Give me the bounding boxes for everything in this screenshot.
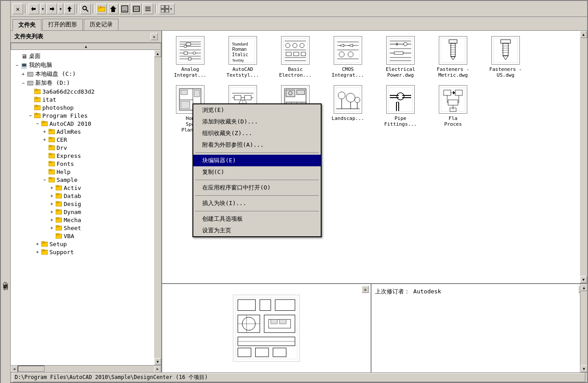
left-panel-close-btn[interactable]: ✕ <box>151 33 158 40</box>
file-item-autocadtext[interactable]: Standard Roman Italic TextSty AutoCADTex… <box>218 34 267 80</box>
tree-expand-desig[interactable]: + <box>48 202 55 206</box>
preview-btn[interactable] <box>119 4 130 14</box>
file-item-analog[interactable]: AnalogIntegrat... <box>166 34 215 80</box>
tree-item-sample[interactable]: − Sample <box>12 176 152 184</box>
tree-item-activ[interactable]: + Activ <box>12 184 152 192</box>
file-item-cmos[interactable]: CMOSIntegrat... <box>323 34 372 80</box>
preview-panel-close-btn[interactable]: ✕ <box>362 286 369 293</box>
forward-dropdown-btn[interactable]: ▾ <box>58 4 63 14</box>
tree-expand-autocad2010[interactable]: − <box>34 121 41 126</box>
back-btn[interactable] <box>29 4 39 14</box>
tree-scroll-track[interactable] <box>154 57 161 358</box>
tree-scroll-up-btn[interactable]: ▲ <box>11 43 161 50</box>
close-window-btn[interactable]: ✕ <box>12 4 23 14</box>
toolbar-sep-3 <box>93 4 94 13</box>
tree-h-scroll-left-btn[interactable]: ◄ <box>11 366 18 373</box>
forward-btn[interactable] <box>46 4 57 14</box>
tree-item-support[interactable]: + Support <box>12 248 152 256</box>
home-btn[interactable] <box>108 4 118 14</box>
tree-item-cdrive[interactable]: + 本地磁盘 (C:) <box>12 70 152 78</box>
details-btn[interactable] <box>131 4 142 14</box>
tree-item-dynam[interactable]: + Dynam <box>12 208 152 216</box>
file-item-electrical[interactable]: ElectricalPower.dwg <box>376 34 425 80</box>
tree-item-photoshop[interactable]: photoshop <box>12 103 152 111</box>
tree-scroll-up-btn2[interactable]: ▲ <box>154 50 161 57</box>
tree-item-desig[interactable]: + Desig <box>12 200 152 208</box>
back-dropdown-btn[interactable]: ▾ <box>40 4 45 14</box>
tree-expand-cer[interactable]: + <box>41 137 48 142</box>
tree-item-autocad2010[interactable]: − AutoCAD 2010 <box>12 119 152 128</box>
tree-expand-programfiles[interactable]: − <box>27 113 34 118</box>
context-menu-set-home[interactable]: 设置为主页 <box>193 225 321 236</box>
info-scroll-down-btn[interactable]: ▼ <box>580 365 587 372</box>
tree-item-itat[interactable]: itat <box>12 95 152 103</box>
tree-expand-adlmres[interactable]: + <box>41 129 48 134</box>
tree-item-vba[interactable]: VBA <box>12 232 152 240</box>
tree-horizontal-scrollbar[interactable]: ◄ ► <box>11 365 161 372</box>
tab-open-drawings[interactable]: 打开的图形 <box>42 19 83 30</box>
file-item-landscap[interactable]: Landscap... <box>323 83 372 135</box>
tree-expand-datab[interactable]: + <box>48 194 55 198</box>
tree-item-mecha[interactable]: + Mecha <box>12 216 152 224</box>
tree-expand-activ[interactable]: + <box>48 185 55 190</box>
info-scroll-up-btn[interactable]: ▲ <box>580 284 587 291</box>
file-item-pipe[interactable]: PipeFittings... <box>376 83 425 135</box>
tree-expand-sample[interactable]: − <box>41 177 48 182</box>
context-menu-organize[interactable]: 组织收藏夹(Z)... <box>193 128 321 139</box>
filegrid-scroll-track[interactable] <box>580 38 587 276</box>
tree-item-adlmres[interactable]: + AdlmRes <box>12 128 152 136</box>
search-btn[interactable] <box>80 4 91 14</box>
tree-item-3a6a[interactable]: 3a6a66d2ccd83d2 <box>12 87 152 95</box>
tree-item-drv[interactable]: Drv <box>12 144 152 152</box>
context-menu-create-palette[interactable]: 创建工具选项板 <box>193 213 321 225</box>
tree-item-setup[interactable]: + Setup <box>12 240 152 248</box>
svg-rect-188 <box>444 90 451 95</box>
file-item-fasteners-metric[interactable]: Fasteners -Metric.dwg <box>429 34 478 80</box>
tree-item-computer[interactable]: − 💻 我的电脑 <box>12 61 152 70</box>
file-item-basicelectron[interactable]: BasicElectron... <box>271 34 320 80</box>
context-menu-copy[interactable]: 复制(C) <box>193 166 321 178</box>
filegrid-scroll-up-btn[interactable]: ▲ <box>580 31 587 38</box>
view-dropdown-btn[interactable]: ▾ <box>159 4 175 14</box>
up-btn[interactable] <box>64 4 75 14</box>
svg-rect-42 <box>49 153 51 155</box>
tree-item-express[interactable]: Express <box>12 152 152 160</box>
context-menu-block-editor[interactable]: 块编辑器(E) <box>193 155 321 166</box>
tree-expand-mecha[interactable]: + <box>48 218 55 222</box>
tree-item-help[interactable]: Help <box>12 168 152 176</box>
tree-expand-dynam[interactable]: + <box>48 210 55 214</box>
tab-history[interactable]: 历史记录 <box>84 19 118 30</box>
info-scroll-track[interactable] <box>580 291 587 365</box>
info-scrollbar[interactable]: ▲ ▼ <box>580 284 587 372</box>
context-menu-insert-block[interactable]: 插入为块(I)... <box>193 198 321 209</box>
tree-item-desktop[interactable]: 🖥 桌面 <box>12 52 152 61</box>
tree-item-ddrive[interactable]: − 新加卷 (D:) <box>12 78 152 87</box>
tree-expand-support[interactable]: + <box>34 250 41 255</box>
list-btn[interactable] <box>143 4 153 14</box>
tree-h-scroll-track[interactable] <box>18 366 154 373</box>
filegrid-scrollbar[interactable]: ▲ ▼ <box>580 31 587 283</box>
context-menu-attach-ref[interactable]: 附着为外部参照(A)... <box>193 139 321 151</box>
file-item-fla[interactable]: FlaProces <box>429 83 478 135</box>
tree-expand-ddrive[interactable]: − <box>20 81 27 86</box>
tree-item-sheet[interactable]: + Sheet <box>12 224 152 232</box>
file-item-fasteners-us[interactable]: Fasteners -US.dwg <box>481 34 530 80</box>
tree-item-cer[interactable]: + CER <box>12 136 152 144</box>
tree-h-scroll-right-btn[interactable]: ► <box>154 366 161 373</box>
tree-item-fonts[interactable]: Fonts <box>12 160 152 168</box>
tree-item-programfiles[interactable]: − Program Files <box>12 111 152 119</box>
tree-expand-computer[interactable]: − <box>13 63 20 68</box>
tree-expand-cdrive[interactable]: + <box>20 72 27 77</box>
svg-rect-44 <box>49 161 51 163</box>
tree-expand-setup[interactable]: + <box>34 242 41 247</box>
tree-vertical-scrollbar[interactable]: ▲ ▼ <box>154 50 161 365</box>
tree-item-datab[interactable]: + Datab <box>12 192 152 200</box>
filegrid-scroll-down-btn[interactable]: ▼ <box>580 276 587 283</box>
tree-expand-sheet[interactable]: + <box>48 226 55 231</box>
tab-folder[interactable]: 文件夹 <box>12 19 41 31</box>
context-menu-browse[interactable]: 浏览(E) <box>193 104 321 116</box>
context-menu-open-in-app[interactable]: 在应用程序窗口中打开(O) <box>193 182 321 194</box>
tree-scroll-down-btn[interactable]: ▼ <box>154 358 161 365</box>
context-menu-add-favorite[interactable]: 添加到收藏夹(D)... <box>193 116 321 128</box>
folder-btn[interactable] <box>96 4 107 14</box>
